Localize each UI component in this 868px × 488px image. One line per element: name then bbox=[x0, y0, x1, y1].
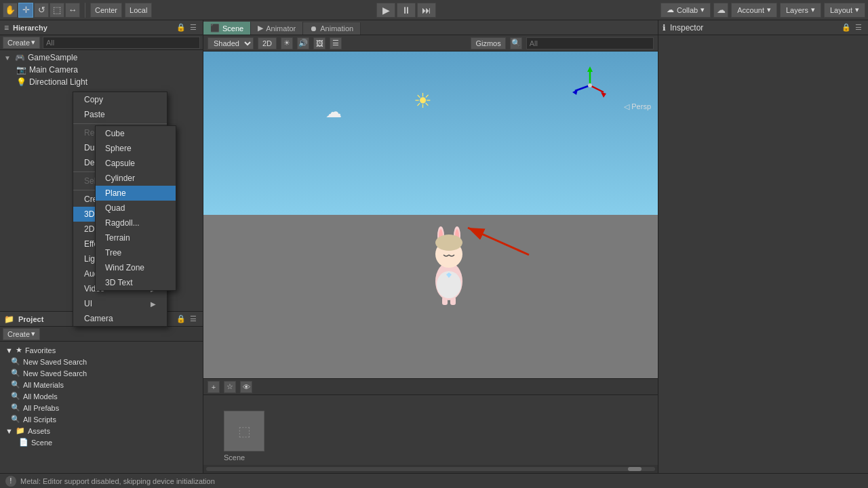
project-create-btn[interactable]: Create ▾ bbox=[3, 328, 40, 340]
all-materials-item[interactable]: 🔍 All Materials bbox=[0, 379, 203, 390]
saved-search-1[interactable]: 🔍 New Saved Search bbox=[0, 356, 203, 367]
submenu-plane[interactable]: Plane bbox=[96, 186, 176, 201]
inspector-header: ℹ Inspector 🔒 ☰ bbox=[658, 20, 868, 35]
scroll-thumb[interactable] bbox=[628, 467, 642, 471]
all-models-item[interactable]: 🔍 All Models bbox=[0, 390, 203, 402]
scene-menu-icon[interactable]: ☰ bbox=[330, 37, 342, 49]
account-arrow-icon: ▾ bbox=[767, 5, 771, 14]
rect-tool-icon[interactable]: ↔ bbox=[65, 3, 80, 18]
menu-item-copy[interactable]: Copy bbox=[73, 92, 167, 107]
submenu-terrain[interactable]: Terrain bbox=[96, 230, 176, 245]
collab-button[interactable]: ☁ Collab ▾ bbox=[660, 3, 711, 18]
move-tool-icon[interactable]: ✛ bbox=[18, 3, 33, 18]
project-toolbar: Create ▾ bbox=[0, 327, 203, 342]
hand-tool-icon[interactable]: ✋ bbox=[3, 3, 18, 18]
main-area: ≡ Hierarchy 🔒 ☰ Create ▾ ▼ 🎮 GameSampl bbox=[0, 20, 868, 473]
hierarchy-lock-btn[interactable]: 🔒 bbox=[176, 22, 186, 33]
submenu-tree[interactable]: Tree bbox=[96, 245, 176, 260]
project-icon: 📁 bbox=[4, 314, 14, 324]
hierarchy-search-input[interactable] bbox=[43, 37, 200, 49]
cloud-icon[interactable]: ☁ bbox=[713, 3, 728, 18]
sun-settings-icon[interactable]: ☀ bbox=[281, 37, 293, 49]
hierarchy-icon: ≡ bbox=[4, 23, 9, 33]
menu-item-paste[interactable]: Paste bbox=[73, 107, 167, 122]
menu-item-ui[interactable]: UI ▶ bbox=[73, 296, 167, 311]
anim-bookmark-icon[interactable]: ☆ bbox=[224, 381, 236, 393]
project-menu-btn[interactable]: ☰ bbox=[188, 314, 199, 325]
step-button[interactable]: ⏭ bbox=[417, 3, 436, 18]
scene-asset-label: Scene bbox=[31, 439, 52, 447]
submenu-cube[interactable]: Cube bbox=[96, 126, 176, 141]
root-icon: 🎮 bbox=[15, 53, 25, 62]
all-scripts-icon: 🔍 bbox=[11, 415, 20, 424]
submenu-ragdoll[interactable]: Ragdoll... bbox=[96, 216, 176, 230]
submenu-sphere[interactable]: Sphere bbox=[96, 141, 176, 156]
svg-point-17 bbox=[588, 83, 592, 87]
scroll-bar[interactable] bbox=[203, 465, 658, 473]
tab-animation[interactable]: ⏺ Animation bbox=[303, 22, 361, 35]
tab-scene[interactable]: ⬛ Scene bbox=[203, 22, 251, 35]
menu-item-camera[interactable]: Camera bbox=[73, 311, 167, 326]
saved-search-2[interactable]: 🔍 New Saved Search bbox=[0, 367, 203, 379]
hierarchy-camera-item[interactable]: 📷 Main Camera bbox=[0, 64, 203, 76]
project-title: Project bbox=[18, 315, 43, 323]
submenu-cylinder[interactable]: Cylinder bbox=[96, 171, 176, 186]
hierarchy-create-btn[interactable]: Create ▾ bbox=[3, 37, 40, 49]
inspector-menu-btn[interactable]: ☰ bbox=[853, 22, 864, 33]
submenu-capsule[interactable]: Capsule bbox=[96, 156, 176, 171]
rotate-tool-icon[interactable]: ↺ bbox=[34, 3, 49, 18]
pause-button[interactable]: ⏸ bbox=[397, 3, 416, 18]
scene-viewport[interactable]: ☀ ☁ bbox=[203, 52, 658, 378]
all-prefabs-label: All Prefabs bbox=[23, 404, 59, 412]
thumbnail-icon: ⬚ bbox=[238, 423, 251, 439]
scene-search-input[interactable] bbox=[526, 37, 654, 49]
tab-animator[interactable]: ▶ Animator bbox=[251, 22, 303, 35]
status-icon: ! bbox=[5, 476, 16, 487]
center-button[interactable]: Center bbox=[90, 3, 122, 18]
scene-asset-item[interactable]: 📄 Scene bbox=[0, 436, 203, 448]
svg-rect-7 bbox=[442, 297, 448, 305]
all-scripts-label: All Scripts bbox=[23, 415, 56, 424]
effects-icon[interactable]: 🖼 bbox=[313, 37, 326, 49]
2d-btn[interactable]: 2D bbox=[258, 37, 277, 49]
all-scripts-item[interactable]: 🔍 All Scripts bbox=[0, 413, 203, 425]
anim-eye-icon[interactable]: 👁 bbox=[240, 381, 252, 393]
all-prefabs-item[interactable]: 🔍 All Prefabs bbox=[0, 402, 203, 413]
animator-tab-icon: ▶ bbox=[258, 24, 263, 33]
submenu-windzone[interactable]: Wind Zone bbox=[96, 260, 176, 275]
account-label: Account bbox=[737, 6, 764, 14]
anim-toolbar: + ☆ 👁 bbox=[203, 379, 658, 395]
assets-folder[interactable]: ▼ 📁 Assets bbox=[0, 425, 203, 436]
local-button[interactable]: Local bbox=[125, 3, 152, 18]
search-icon[interactable]: 🔍 bbox=[510, 37, 522, 49]
all-prefabs-icon: 🔍 bbox=[11, 403, 20, 412]
inspector-lock-btn[interactable]: 🔒 bbox=[841, 22, 852, 33]
anim-add-icon[interactable]: + bbox=[208, 381, 220, 393]
favorites-folder[interactable]: ▼ ★ Favorites bbox=[0, 344, 203, 356]
svg-marker-12 bbox=[587, 66, 593, 72]
audio-icon[interactable]: 🔊 bbox=[297, 37, 309, 49]
project-lock-btn[interactable]: 🔒 bbox=[176, 314, 186, 325]
all-materials-icon: 🔍 bbox=[11, 380, 20, 389]
favorites-arrow-icon: ▼ bbox=[5, 346, 13, 354]
status-bar: ! Metal: Editor support disabled, skippi… bbox=[0, 473, 868, 488]
layout-arrow-icon: ▾ bbox=[855, 5, 859, 14]
collab-label: Collab bbox=[677, 6, 698, 14]
layout-button[interactable]: Layout ▾ bbox=[824, 3, 865, 18]
submenu-3dtext[interactable]: 3D Text bbox=[96, 275, 176, 290]
scene-gizmo[interactable] bbox=[570, 65, 610, 106]
all-models-icon: 🔍 bbox=[11, 392, 20, 401]
account-button[interactable]: Account ▾ bbox=[731, 3, 777, 18]
hierarchy-actions: 🔒 ☰ bbox=[176, 22, 199, 33]
assets-label: Assets bbox=[28, 427, 50, 435]
layers-button[interactable]: Layers ▾ bbox=[780, 3, 821, 18]
hierarchy-menu-btn[interactable]: ☰ bbox=[188, 22, 199, 33]
hierarchy-header: ≡ Hierarchy 🔒 ☰ bbox=[0, 20, 203, 35]
play-button[interactable]: ▶ bbox=[376, 3, 395, 18]
shading-select[interactable]: Shaded bbox=[208, 37, 254, 49]
hierarchy-root-item[interactable]: ▼ 🎮 GameSample bbox=[0, 52, 203, 64]
gizmos-btn[interactable]: Gizmos bbox=[471, 37, 505, 49]
submenu-quad[interactable]: Quad bbox=[96, 201, 176, 216]
scale-tool-icon[interactable]: ⬚ bbox=[50, 3, 64, 18]
hierarchy-light-item[interactable]: 💡 Directional Light bbox=[0, 76, 203, 88]
